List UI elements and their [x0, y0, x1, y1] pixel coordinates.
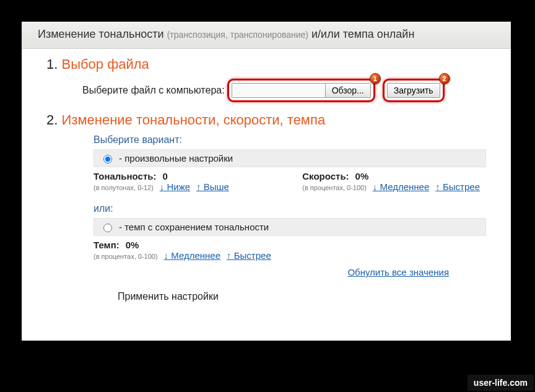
speed-value: 0% — [355, 171, 369, 181]
speed-slower-link[interactable]: ↓ Медленнее — [373, 181, 429, 192]
option-custom-row[interactable]: - произвольные настройки — [94, 149, 486, 167]
tempo-range: (в процентах, 0-100) — [94, 253, 158, 260]
or-label: или: — [94, 203, 486, 214]
speed-name: Скорость: — [302, 171, 349, 181]
upload-button[interactable]: Загрузить — [387, 83, 440, 98]
speed-range: (в процентах, 0-100) — [302, 184, 367, 191]
tempo-name: Темп: — [94, 240, 120, 250]
option-tempo-text: - темп с сохранением тональности — [119, 222, 269, 232]
tonality-lower-link[interactable]: ↓ Ниже — [160, 181, 190, 192]
tempo-slower-link[interactable]: ↓ Медленнее — [164, 250, 220, 261]
option-tempo-row[interactable]: - темп с сохранением тональности — [94, 218, 486, 236]
tempo-block: Темп: 0% (в процентах, 0-100) ↓ Медленне… — [94, 240, 271, 261]
file-path-input[interactable] — [232, 84, 325, 97]
header-title-right: и/или темпа онлайн — [311, 28, 414, 40]
apply-settings[interactable]: Применить настройки — [46, 291, 486, 302]
radio-custom[interactable] — [103, 155, 112, 163]
tonality-name: Тональность: — [94, 171, 156, 181]
file-label: Выберите файл с компьютера: — [82, 85, 225, 96]
variant-label: Выберите вариант: — [94, 134, 486, 146]
watermark: user-life.com — [468, 375, 534, 391]
tonality-range: (в полутонах, 0-12) — [94, 184, 154, 191]
speed-block: Скорость: 0% (в процентах, 0-100) ↓ Медл… — [302, 171, 480, 192]
page-header: Изменение тональности (транспозиция, тра… — [22, 22, 511, 49]
tonality-value: 0 — [162, 171, 167, 181]
page-frame: Изменение тональности (транспозиция, тра… — [22, 22, 511, 341]
option-custom-text: - произвольные настройки — [119, 153, 233, 163]
radio-tempo[interactable] — [103, 224, 112, 232]
upload-highlight: Загрузить 2 — [383, 79, 445, 102]
step2-title: Изменение тональности, скорости, темпа — [46, 112, 486, 128]
tonality-higher-link[interactable]: ↑ Выше — [196, 181, 229, 192]
reset-link[interactable]: Обнулить все значения — [347, 267, 449, 277]
callout-badge-2: 2 — [439, 73, 450, 84]
header-annotation: (транспозиция, транспонирование) — [167, 30, 308, 40]
browse-button[interactable]: Обзор... — [325, 84, 370, 97]
callout-badge-1: 1 — [370, 73, 381, 84]
speed-faster-link[interactable]: ↑ Быстрее — [435, 181, 480, 192]
header-title-left: Изменение тональности — [38, 28, 164, 40]
step1-title: Выбор файла — [46, 56, 486, 72]
file-input-highlight: Обзор... 1 — [227, 79, 375, 102]
tempo-value: 0% — [126, 240, 139, 250]
file-chooser: Обзор... — [232, 83, 371, 98]
tonality-block: Тональность: 0 (в полутонах, 0-12) ↓ Ниж… — [94, 171, 229, 192]
tempo-faster-link[interactable]: ↑ Быстрее — [227, 250, 271, 261]
